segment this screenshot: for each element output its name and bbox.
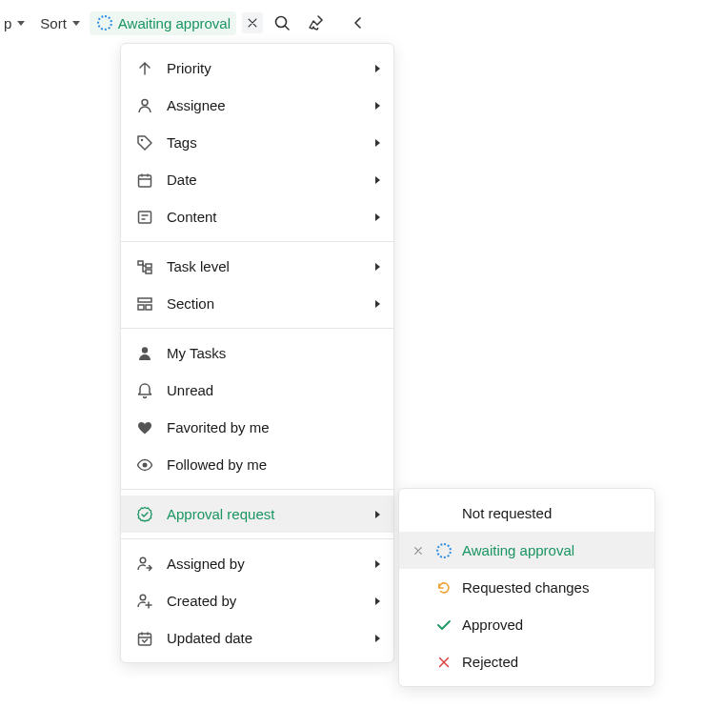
menu-item-label: Approval request bbox=[167, 506, 362, 522]
search-button[interactable] bbox=[267, 8, 297, 38]
approval-icon bbox=[136, 506, 153, 523]
submenu-item-requested-changes[interactable]: Requested changes bbox=[399, 569, 654, 606]
menu-item-label: Priority bbox=[167, 60, 362, 76]
status-icon bbox=[435, 542, 452, 559]
menu-item-my-tasks[interactable]: My Tasks bbox=[121, 334, 393, 372]
status-icon bbox=[435, 505, 452, 522]
eye-icon bbox=[136, 456, 153, 474]
filter-chip-close[interactable] bbox=[242, 12, 263, 33]
menu-item-date[interactable]: Date bbox=[121, 161, 393, 198]
x-icon bbox=[436, 655, 452, 670]
submenu-item-approved[interactable]: Approved bbox=[399, 606, 654, 643]
chevron-right-icon bbox=[375, 65, 380, 72]
chevron-right-icon bbox=[375, 263, 380, 271]
calendar-icon bbox=[136, 172, 153, 189]
submenu-item-not-requested[interactable]: Not requested bbox=[399, 495, 654, 532]
chevron-right-icon bbox=[375, 176, 380, 184]
active-filter-chip[interactable]: Awaiting approval bbox=[90, 11, 236, 35]
menu-item-unread[interactable]: Unread bbox=[121, 372, 393, 409]
collapse-button[interactable] bbox=[343, 8, 373, 38]
menu-item-created-by[interactable]: Created by bbox=[121, 582, 393, 619]
status-icon bbox=[435, 654, 452, 671]
toolbar-truncated-item[interactable]: p bbox=[4, 11, 30, 35]
menu-item-label: Tags bbox=[167, 134, 362, 151]
person-solid-icon bbox=[136, 345, 153, 362]
chevron-right-icon bbox=[375, 102, 380, 110]
assigned-by-icon bbox=[136, 556, 153, 573]
menu-item-label: Updated date bbox=[167, 630, 362, 646]
caret-down-icon bbox=[17, 21, 25, 26]
submenu-item-label: Approved bbox=[462, 617, 641, 633]
menu-item-label: Content bbox=[167, 209, 362, 225]
created-by-icon bbox=[136, 593, 153, 610]
menu-item-section[interactable]: Section bbox=[121, 285, 393, 322]
menu-item-priority[interactable]: Priority bbox=[121, 50, 393, 87]
menu-item-label: Date bbox=[167, 172, 362, 188]
menu-item-updated-date[interactable]: Updated date bbox=[121, 619, 393, 657]
menu-item-tags[interactable]: Tags bbox=[121, 124, 393, 161]
section-icon bbox=[136, 295, 153, 313]
broom-icon bbox=[308, 14, 325, 31]
awaiting-icon bbox=[97, 15, 112, 30]
menu-item-label: Favorited by me bbox=[167, 419, 380, 435]
submenu-item-label: Rejected bbox=[462, 654, 641, 670]
chevron-right-icon bbox=[375, 213, 380, 221]
close-icon bbox=[246, 16, 259, 30]
tag-icon bbox=[136, 134, 153, 152]
menu-item-label: Section bbox=[167, 295, 362, 312]
bell-icon bbox=[136, 382, 153, 399]
person-icon bbox=[136, 97, 153, 114]
arrow-up-icon bbox=[136, 60, 153, 77]
menu-separator bbox=[121, 489, 393, 490]
submenu-item-awaiting-approval[interactable]: Awaiting approval bbox=[399, 532, 654, 569]
sort-button[interactable]: Sort bbox=[34, 11, 86, 35]
menu-item-label: Assigned by bbox=[167, 556, 362, 572]
chevron-right-icon bbox=[375, 300, 380, 308]
menu-item-assignee[interactable]: Assignee bbox=[121, 87, 393, 124]
chevron-right-icon bbox=[375, 139, 380, 147]
check-spacer bbox=[411, 506, 426, 521]
submenu-item-label: Awaiting approval bbox=[462, 542, 641, 558]
submenu-item-label: Not requested bbox=[462, 505, 641, 521]
check-icon bbox=[435, 617, 452, 634]
heart-icon bbox=[136, 419, 153, 436]
status-icon bbox=[435, 617, 452, 634]
check-spacer bbox=[411, 617, 426, 633]
selected-check-icon bbox=[411, 543, 426, 558]
caret-down-icon bbox=[72, 21, 80, 26]
awaiting-icon bbox=[436, 543, 452, 558]
truncated-label: p bbox=[4, 15, 11, 31]
menu-item-followed-by-me[interactable]: Followed by me bbox=[121, 446, 393, 483]
search-icon bbox=[273, 14, 291, 31]
chevron-right-icon bbox=[375, 635, 380, 642]
menu-item-label: My Tasks bbox=[167, 345, 380, 361]
clear-button[interactable] bbox=[301, 8, 332, 38]
updated-date-icon bbox=[136, 630, 153, 647]
task-level-icon bbox=[136, 258, 153, 275]
menu-separator bbox=[121, 241, 393, 242]
menu-item-label: Assignee bbox=[167, 97, 362, 113]
status-icon bbox=[435, 579, 452, 597]
toolbar: p Sort Awaiting approval bbox=[0, 0, 724, 46]
approval-submenu: Not requestedAwaiting approvalRequested … bbox=[398, 488, 655, 687]
menu-separator bbox=[121, 328, 393, 329]
menu-item-approval-request[interactable]: Approval request bbox=[121, 495, 393, 533]
chevron-right-icon bbox=[375, 597, 380, 605]
submenu-item-label: Requested changes bbox=[462, 579, 641, 596]
check-spacer bbox=[411, 655, 426, 670]
menu-item-content[interactable]: Content bbox=[121, 198, 393, 235]
undo-icon bbox=[435, 579, 452, 597]
submenu-item-rejected[interactable]: Rejected bbox=[399, 643, 654, 680]
menu-item-label: Created by bbox=[167, 593, 362, 609]
chevron-right-icon bbox=[375, 560, 380, 568]
content-icon bbox=[136, 209, 153, 226]
menu-item-assigned-by[interactable]: Assigned by bbox=[121, 545, 393, 582]
spacer bbox=[435, 505, 452, 522]
menu-item-task-level[interactable]: Task level bbox=[121, 248, 393, 285]
menu-item-label: Task level bbox=[167, 258, 362, 274]
check-spacer bbox=[411, 580, 426, 596]
sort-label: Sort bbox=[40, 15, 67, 31]
filter-menu: PriorityAssigneeTagsDateContentTask leve… bbox=[120, 43, 394, 663]
menu-item-favorited-by-me[interactable]: Favorited by me bbox=[121, 409, 393, 446]
menu-item-label: Followed by me bbox=[167, 456, 380, 473]
